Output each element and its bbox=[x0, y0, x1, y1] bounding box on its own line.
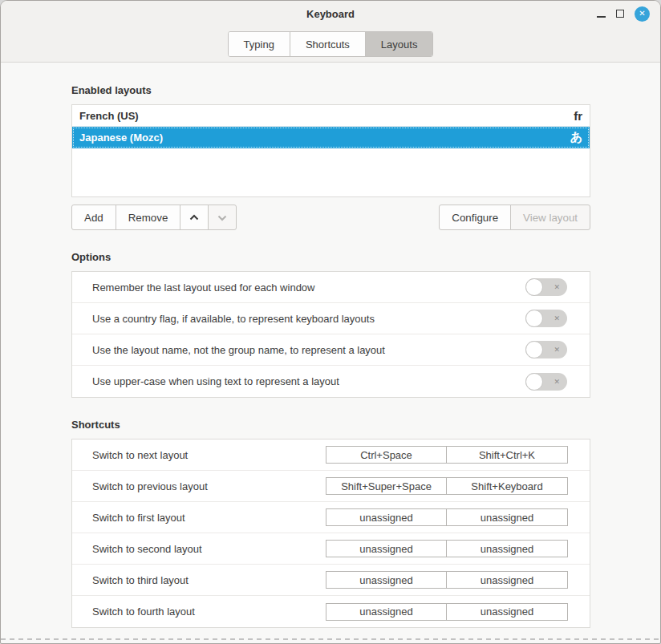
enabled-layouts-heading: Enabled layouts bbox=[71, 84, 590, 96]
toggle-switch[interactable]: ✕ bbox=[525, 373, 567, 391]
shortcut-label: Switch to first layout bbox=[92, 512, 185, 524]
window-header: Keyboard ✕ Typing Shortcuts Layouts bbox=[1, 1, 660, 63]
shortcut-row: Switch to second layout unassigned unass… bbox=[72, 533, 590, 565]
shortcut-row: Switch to next layout Ctrl+Space Shift+C… bbox=[72, 439, 590, 471]
layout-name: Japanese (Mozc) bbox=[79, 132, 163, 144]
shortcut-label: Switch to previous layout bbox=[92, 480, 208, 492]
list-edit-buttons: Add Remove bbox=[71, 205, 237, 230]
tab-shortcuts[interactable]: Shortcuts bbox=[290, 32, 366, 56]
toggle-knob bbox=[525, 341, 543, 358]
layout-indicator-icon: あ bbox=[570, 130, 582, 145]
shortcut-row: Switch to fourth layout unassigned unass… bbox=[72, 596, 590, 627]
option-row: Use a country flag, if available, to rep… bbox=[72, 303, 590, 334]
shortcut-row: Switch to previous layout Shift+Super+Sp… bbox=[72, 471, 590, 502]
option-label: Use upper-case when using text to repres… bbox=[92, 375, 339, 387]
move-up-button[interactable] bbox=[180, 205, 209, 230]
keybinding-pair: unassigned unassigned bbox=[326, 571, 568, 589]
keybinding-button[interactable]: unassigned bbox=[326, 541, 447, 557]
options-box: Remember the last layout used for each w… bbox=[71, 271, 590, 398]
keybinding-pair: unassigned unassigned bbox=[326, 603, 568, 621]
toggle-switch[interactable]: ✕ bbox=[525, 310, 567, 327]
toggle-switch[interactable]: ✕ bbox=[525, 341, 567, 358]
keybinding-pair: unassigned unassigned bbox=[326, 540, 568, 557]
keybinding-button[interactable]: unassigned bbox=[447, 572, 567, 588]
shortcut-label: Switch to third layout bbox=[92, 574, 189, 586]
toggle-off-icon: ✕ bbox=[554, 346, 560, 354]
layout-action-buttons: Configure View layout bbox=[439, 205, 590, 230]
keybinding-button[interactable]: Shift+Keyboard bbox=[447, 478, 567, 494]
toggle-knob bbox=[525, 310, 543, 327]
options-heading: Options bbox=[71, 251, 590, 263]
option-row: Remember the last layout used for each w… bbox=[72, 272, 590, 303]
view-layout-button[interactable]: View layout bbox=[510, 205, 590, 230]
chevron-up-icon bbox=[189, 213, 200, 222]
close-icon[interactable]: ✕ bbox=[635, 6, 650, 22]
shortcuts-heading: Shortcuts bbox=[71, 419, 590, 431]
shortcut-label: Switch to fourth layout bbox=[92, 606, 195, 618]
keybinding-button[interactable]: unassigned bbox=[326, 604, 447, 620]
enabled-layouts-list: French (US) fr Japanese (Mozc) あ bbox=[71, 104, 590, 197]
option-row: Use upper-case when using text to repres… bbox=[72, 366, 590, 397]
toggle-knob bbox=[525, 373, 543, 391]
toggle-off-icon: ✕ bbox=[554, 378, 560, 385]
layout-name: French (US) bbox=[79, 110, 139, 122]
layout-indicator-icon: fr bbox=[574, 109, 582, 123]
toggle-switch[interactable]: ✕ bbox=[525, 278, 567, 296]
list-item[interactable]: Japanese (Mozc) あ bbox=[72, 127, 590, 148]
tab-bar: Typing Shortcuts Layouts bbox=[1, 26, 660, 62]
remove-button[interactable]: Remove bbox=[116, 205, 181, 230]
keybinding-pair: unassigned unassigned bbox=[326, 508, 568, 526]
option-label: Remember the last layout used for each w… bbox=[92, 281, 314, 294]
keybinding-button[interactable]: Shift+Super+Space bbox=[326, 478, 447, 494]
toggle-off-icon: ✕ bbox=[554, 284, 560, 291]
toggle-off-icon: ✕ bbox=[554, 315, 560, 322]
keybinding-button[interactable]: Ctrl+Space bbox=[326, 447, 447, 463]
overscroll-indicator bbox=[1, 638, 660, 640]
add-button[interactable]: Add bbox=[71, 205, 116, 230]
option-label: Use the layout name, not the group name,… bbox=[92, 344, 385, 356]
keybinding-button[interactable]: unassigned bbox=[326, 509, 447, 525]
keybinding-button[interactable]: Shift+Ctrl+K bbox=[447, 447, 567, 463]
keybinding-button[interactable]: unassigned bbox=[447, 541, 567, 557]
tab-typing[interactable]: Typing bbox=[229, 32, 290, 56]
list-item[interactable]: French (US) fr bbox=[72, 105, 590, 127]
keybinding-button[interactable]: unassigned bbox=[447, 509, 567, 525]
window-title: Keyboard bbox=[1, 1, 660, 26]
configure-button[interactable]: Configure bbox=[439, 205, 511, 230]
option-row: Use the layout name, not the group name,… bbox=[72, 334, 590, 366]
keybinding-button[interactable]: unassigned bbox=[447, 604, 567, 620]
toggle-knob bbox=[525, 278, 543, 296]
move-down-button[interactable] bbox=[208, 205, 237, 230]
minimize-icon[interactable] bbox=[597, 10, 606, 18]
shortcut-label: Switch to second layout bbox=[92, 543, 202, 555]
shortcut-row: Switch to third layout unassigned unassi… bbox=[72, 565, 590, 596]
titlebar: Keyboard ✕ bbox=[1, 1, 660, 26]
option-label: Use a country flag, if available, to rep… bbox=[92, 313, 375, 325]
layouts-page: Enabled layouts French (US) fr Japanese … bbox=[1, 63, 660, 628]
keybinding-pair: Shift+Super+Space Shift+Keyboard bbox=[326, 477, 568, 495]
keybinding-pair: Ctrl+Space Shift+Ctrl+K bbox=[326, 446, 568, 464]
shortcut-row: Switch to first layout unassigned unassi… bbox=[72, 502, 590, 533]
window-controls: ✕ bbox=[597, 1, 650, 26]
shortcuts-box: Switch to next layout Ctrl+Space Shift+C… bbox=[71, 439, 590, 628]
maximize-icon[interactable] bbox=[616, 10, 624, 18]
layouts-toolbar: Add Remove Configure View layout bbox=[71, 205, 590, 230]
shortcut-label: Switch to next layout bbox=[92, 449, 188, 461]
chevron-down-icon bbox=[217, 213, 228, 222]
keybinding-button[interactable]: unassigned bbox=[326, 572, 447, 588]
keyboard-settings-window: Keyboard ✕ Typing Shortcuts Layouts Enab… bbox=[0, 0, 661, 644]
tab-layouts[interactable]: Layouts bbox=[366, 32, 433, 56]
